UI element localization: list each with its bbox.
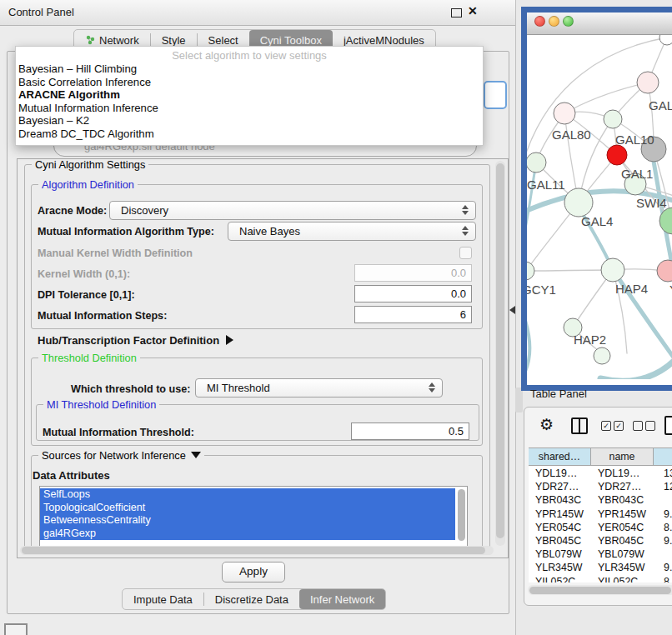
data-attributes-label: Data Attributes (33, 469, 110, 482)
algorithm-option[interactable]: ARACNE Algorithm (16, 88, 483, 102)
network-node[interactable] (659, 35, 672, 45)
control-panel-window: Control Panel ✕ Network Style Select Cyn… (0, 0, 516, 635)
apply-button[interactable]: Apply (222, 562, 285, 582)
attr-items: SelfLoopsTopologicalCoefficientBetweenne… (40, 487, 467, 540)
network-window-titlebar[interactable] (527, 12, 672, 35)
table-row[interactable]: YLR345WYLR345W9. (529, 561, 672, 574)
table-row[interactable]: YER054CYER054C8. (529, 521, 672, 534)
settings-scroll-pane: Cyni Algorithm Settings Algorithm Defini… (17, 158, 509, 558)
column-header[interactable]: shared… (529, 448, 591, 466)
network-view-window: GAL7GAL80GAL10GAL1GAL11SWI4GAL4GCY1HAP4Y… (521, 7, 672, 391)
network-canvas[interactable]: GAL7GAL80GAL10GAL1GAL11SWI4GAL4GCY1HAP4Y… (527, 35, 672, 379)
network-node[interactable] (527, 262, 534, 280)
table-row[interactable]: YDL19…YDL19…13 (529, 467, 672, 480)
close-traffic-light-icon[interactable] (534, 16, 545, 27)
mi-steps-field[interactable] (354, 306, 472, 323)
select-all-checkbox-icon[interactable]: ✓ (601, 421, 611, 431)
attribute-list-item[interactable]: BetweennessCentrality (40, 514, 455, 528)
table-cell: 9. (664, 534, 672, 548)
tab-discretize-data[interactable]: Discretize Data (204, 589, 299, 609)
table-row[interactable]: YIL052CYIL052C8. (529, 575, 672, 582)
mi-threshold-field[interactable] (351, 422, 469, 440)
table-cell: YPR145W (598, 508, 646, 521)
network-node[interactable] (554, 102, 575, 124)
network-node[interactable] (607, 145, 627, 165)
attribute-list-item[interactable]: SelfLoops (40, 488, 455, 502)
splitter-collapse-icon[interactable] (509, 306, 515, 314)
network-node[interactable] (657, 260, 672, 282)
table-row[interactable]: YBR045CYBR045C9. (529, 534, 672, 548)
table-cell: 12 (664, 480, 672, 493)
column-header[interactable]: name (591, 448, 654, 466)
algorithm-option[interactable]: Dream8 DC_TDC Algorithm (16, 128, 483, 141)
attribute-list-item[interactable]: TopologicalCoefficient (40, 502, 455, 515)
document-icon[interactable] (664, 416, 672, 435)
collapsed-panel-icon[interactable] (4, 623, 28, 635)
kernel-width-field[interactable] (354, 264, 472, 282)
tab-label: Impute Data (133, 593, 193, 606)
collapse-down-icon (191, 452, 201, 458)
group-title: MI Threshold Definition (43, 398, 159, 411)
group-title: Cyni Algorithm Settings (32, 158, 148, 171)
tab-infer-network[interactable]: Infer Network (299, 589, 385, 609)
settings-vertical-scrollbar[interactable] (495, 161, 505, 546)
table-cell: 8. (664, 575, 672, 582)
which-threshold-combo[interactable]: MI Threshold (195, 378, 443, 398)
table-row[interactable]: YBL079WYBL079W (529, 548, 672, 561)
splitter-grip[interactable] (515, 388, 523, 412)
table-cell: YBR043C (535, 493, 581, 507)
manual-kernel-checkbox[interactable] (459, 247, 472, 259)
node-label: GCY1 (527, 282, 556, 297)
network-node[interactable] (527, 152, 546, 172)
network-node[interactable] (601, 258, 624, 282)
column-header[interactable] (654, 448, 672, 466)
table-horizontal-scrollbar[interactable] (528, 585, 672, 595)
hub-section-toggle[interactable]: Hub/Transcription Factor Definition (38, 334, 233, 347)
network-node[interactable] (564, 188, 593, 217)
attribute-list-item[interactable]: gal4RGexp (40, 528, 455, 541)
network-node[interactable] (594, 348, 610, 364)
algorithm-option[interactable]: Mutual Information Inference (16, 102, 483, 115)
deselect-checkbox-icon[interactable] (633, 421, 643, 431)
mi-type-combo[interactable]: Naive Bayes (228, 222, 476, 241)
node-label: GAL4 (581, 214, 613, 228)
hub-label: Hub/Transcription Factor Definition (38, 334, 219, 347)
network-node[interactable] (604, 110, 622, 128)
algorithm-option[interactable]: Bayesian – K2 (16, 114, 483, 128)
tab-label: jActiveMNodules (344, 34, 424, 47)
data-attributes-list[interactable]: SelfLoopsTopologicalCoefficientBetweenne… (39, 486, 468, 547)
table-row[interactable]: YBR043CYBR043C (529, 493, 672, 507)
table-row[interactable]: YPR145WYPR145W9. (529, 508, 672, 521)
focused-combo-fragment (484, 81, 507, 109)
stepper-icon (429, 382, 435, 392)
columns-icon[interactable] (571, 418, 588, 434)
aracne-mode-combo[interactable]: Discovery (109, 201, 476, 220)
table-cell: YLR345W (598, 561, 644, 574)
dpi-tolerance-field[interactable] (354, 285, 472, 302)
table-cell: YBR045C (535, 534, 581, 548)
tab-impute-data[interactable]: Impute Data (123, 589, 203, 609)
network-edge (564, 82, 648, 113)
algorithm-option[interactable]: Bayesian – Hill Climbing (16, 62, 483, 76)
table-cell: YLR345W (535, 561, 582, 574)
sources-toggle[interactable]: Sources for Network Inference (38, 449, 204, 462)
table-toolbar: ⚙ ✓ ✓ (524, 408, 672, 444)
close-icon[interactable]: ✕ (468, 4, 478, 18)
table-row[interactable]: YDR27…YDR27…12 (529, 480, 672, 493)
gear-icon[interactable]: ⚙ (539, 415, 554, 434)
algorithm-option[interactable]: Basic Correlation Inference (16, 76, 483, 89)
deselect-checkbox-icon[interactable] (645, 421, 655, 431)
minimize-traffic-light-icon[interactable] (549, 16, 559, 27)
panel-title: Control Panel (8, 6, 74, 18)
manual-kernel-label: Manual Kernel Width Definition (38, 248, 193, 259)
tab-label: Select (208, 34, 238, 47)
node-table: shared…name YDL19…YDL19…13YDR27…YDR27…12… (529, 448, 672, 582)
settings-horizontal-scrollbar[interactable] (20, 546, 494, 555)
network-node[interactable] (637, 72, 659, 93)
list-scrollbar[interactable] (458, 489, 465, 541)
table-cell: YPR145W (535, 508, 584, 521)
float-panel-icon[interactable] (451, 8, 462, 18)
select-all-checkbox-icon[interactable]: ✓ (614, 421, 624, 431)
table-cell: 13 (664, 467, 672, 480)
zoom-traffic-light-icon[interactable] (563, 16, 574, 27)
